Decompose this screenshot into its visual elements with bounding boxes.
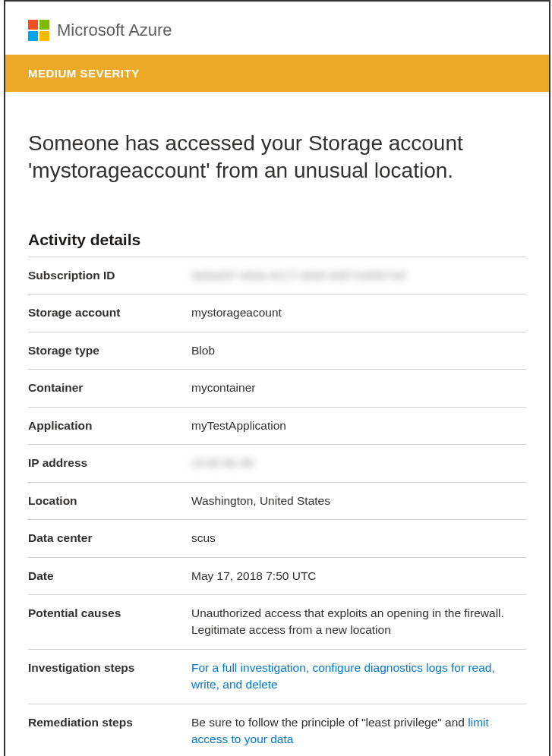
label-remediation-steps: Remediation steps bbox=[28, 704, 191, 756]
row-storage-type: Storage type Blob bbox=[28, 332, 526, 369]
value-potential-causes: Unauthorized access that exploits an ope… bbox=[191, 595, 526, 650]
value-subscription-id: 3x0a247-x52a-4117-x0x0-x0371x0327x0 bbox=[191, 269, 405, 282]
value-data-center: scus bbox=[191, 520, 526, 557]
activity-details-heading: Activity details bbox=[28, 231, 526, 257]
alert-title: Someone has accessed your Storage accoun… bbox=[28, 130, 526, 185]
microsoft-logo-icon bbox=[28, 20, 49, 41]
label-data-center: Data center bbox=[28, 520, 191, 557]
value-investigation-steps: For a full investigation, configure diag… bbox=[191, 649, 526, 704]
value-ip-address: 13.82.82.30 bbox=[191, 456, 254, 469]
row-date: Date May 17, 2018 7:50 UTC bbox=[28, 557, 526, 594]
row-data-center: Data center scus bbox=[28, 520, 526, 557]
row-application: Application myTestApplication bbox=[28, 407, 526, 444]
row-investigation-steps: Investigation steps For a full investiga… bbox=[28, 649, 526, 704]
row-container: Container mycontainer bbox=[28, 370, 526, 407]
row-potential-causes: Potential causes Unauthorized access tha… bbox=[28, 595, 526, 650]
alert-content: Someone has accessed your Storage accoun… bbox=[5, 92, 549, 756]
row-storage-account: Storage account mystorageacount bbox=[28, 295, 526, 332]
row-location: Location Washington, United States bbox=[28, 482, 526, 519]
brand-header: Microsoft Azure bbox=[5, 2, 549, 55]
label-subscription-id: Subscription ID bbox=[28, 257, 191, 294]
value-storage-type: Blob bbox=[191, 332, 526, 369]
label-storage-account: Storage account bbox=[28, 295, 191, 332]
activity-details-table: Subscription ID 3x0a247-x52a-4117-x0x0-x… bbox=[28, 257, 526, 756]
label-container: Container bbox=[28, 370, 191, 407]
value-location: Washington, United States bbox=[191, 482, 526, 519]
label-location: Location bbox=[28, 482, 191, 519]
row-subscription-id: Subscription ID 3x0a247-x52a-4117-x0x0-x… bbox=[28, 257, 526, 294]
value-application: myTestApplication bbox=[191, 407, 526, 444]
severity-banner: MEDIUM SEVERITY bbox=[5, 55, 549, 92]
label-application: Application bbox=[28, 407, 191, 444]
label-ip-address: IP address bbox=[28, 445, 191, 482]
row-remediation-steps: Remediation steps Be sure to follow the … bbox=[28, 704, 526, 756]
investigation-steps-link[interactable]: For a full investigation, configure diag… bbox=[191, 661, 495, 691]
value-container: mycontainer bbox=[191, 370, 526, 407]
alert-card: Microsoft Azure MEDIUM SEVERITY Someone … bbox=[4, 0, 550, 756]
label-storage-type: Storage type bbox=[28, 332, 191, 369]
value-storage-account: mystorageacount bbox=[191, 295, 526, 332]
label-date: Date bbox=[28, 557, 191, 594]
label-potential-causes: Potential causes bbox=[28, 595, 191, 650]
brand-name: Microsoft Azure bbox=[57, 20, 172, 40]
remediation-prefix: Be sure to follow the principle of "leas… bbox=[191, 716, 468, 729]
row-ip-address: IP address 13.82.82.30 bbox=[28, 445, 526, 482]
label-investigation-steps: Investigation steps bbox=[28, 649, 191, 704]
value-remediation-steps: Be sure to follow the principle of "leas… bbox=[191, 704, 526, 756]
value-date: May 17, 2018 7:50 UTC bbox=[191, 557, 526, 594]
